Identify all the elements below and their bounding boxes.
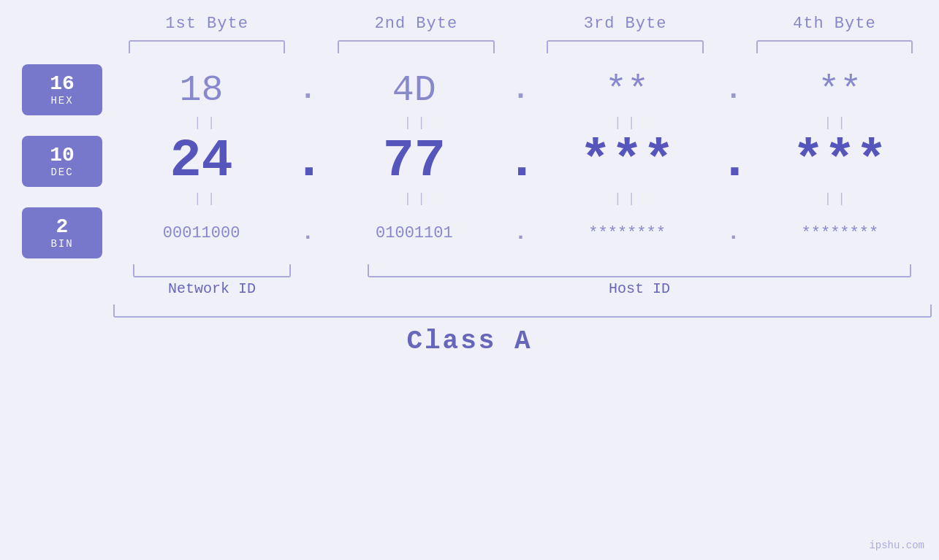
- class-label: Class A: [406, 326, 532, 356]
- network-bracket-container: [113, 264, 311, 277]
- top-bracket-1: [129, 40, 286, 53]
- bracket-cell-4: [730, 40, 939, 53]
- hex-base-name: HEX: [50, 95, 73, 107]
- bin-val-2: 01001101: [322, 224, 506, 242]
- hex-dot-3: .: [719, 74, 748, 107]
- dec-dot-2: .: [506, 131, 536, 191]
- eq-inner-2: || || || ||: [117, 191, 928, 206]
- big-bracket-row: [0, 304, 939, 318]
- bin-val-4: ********: [748, 224, 932, 242]
- bin-base-name: BIN: [50, 238, 73, 250]
- host-bracket-container: [347, 264, 932, 277]
- dec-dot-1: .: [293, 131, 322, 191]
- hex-row: 16 HEX 18 . 4D . ** . **: [0, 64, 939, 115]
- top-bracket-3: [547, 40, 704, 53]
- bin-dot-2: .: [506, 220, 536, 245]
- byte3-header: 3rd Byte: [521, 15, 730, 33]
- hex-dot-1: .: [293, 74, 322, 107]
- dec-val-2: 77: [322, 131, 506, 191]
- dec-val-1: 24: [110, 131, 293, 191]
- dec-values-row: 24 . 77 . *** . ***: [110, 131, 932, 191]
- bin-values-row: 00011000 . 01001101 . ******** . *******…: [110, 220, 932, 245]
- id-labels-row: Network ID Host ID: [0, 280, 939, 297]
- hex-base-num: 16: [50, 73, 75, 96]
- eq-divider-2: || || || ||: [0, 191, 939, 206]
- bin-label-box: 2 BIN: [22, 207, 102, 258]
- dec-val-3: ***: [536, 131, 719, 191]
- class-bracket: [113, 304, 932, 318]
- hex-val-3: **: [536, 69, 719, 111]
- eq-inner-1: || || || ||: [117, 115, 928, 130]
- dec-label-box: 10 DEC: [22, 136, 102, 187]
- hex-dot-2: .: [506, 74, 536, 107]
- hex-label-box: 16 HEX: [22, 64, 102, 115]
- dec-val-4: ***: [748, 131, 932, 191]
- bin-dot-1: .: [293, 220, 322, 245]
- top-brackets: [0, 40, 939, 53]
- byte1-header: 1st Byte: [102, 15, 311, 33]
- network-id-label: Network ID: [113, 280, 311, 297]
- hex-values-row: 18 . 4D . ** . **: [110, 69, 932, 111]
- hex-val-1: 18: [110, 69, 293, 111]
- eq-divider-1: || || || ||: [0, 115, 939, 130]
- dec-base-name: DEC: [50, 166, 73, 178]
- host-id-label: Host ID: [347, 280, 932, 297]
- dec-base-num: 10: [50, 145, 75, 167]
- hex-val-2: 4D: [322, 69, 506, 111]
- bracket-cell-2: [311, 40, 520, 53]
- bin-row: 2 BIN 00011000 . 01001101 . ******** . *…: [0, 207, 939, 258]
- bracket-cell-1: [102, 40, 311, 53]
- header-row: 1st Byte 2nd Byte 3rd Byte 4th Byte: [0, 0, 939, 33]
- main-container: 1st Byte 2nd Byte 3rd Byte 4th Byte 16 H…: [0, 0, 939, 560]
- top-bracket-2: [338, 40, 495, 53]
- bracket-cell-3: [521, 40, 730, 53]
- watermark: ipshu.com: [869, 540, 924, 551]
- bin-dot-3: .: [719, 220, 748, 245]
- bin-val-3: ********: [536, 224, 719, 242]
- hex-val-4: **: [748, 69, 932, 111]
- bottom-brackets-wrapper: [0, 264, 939, 277]
- byte4-header: 4th Byte: [730, 15, 939, 33]
- byte2-header: 2nd Byte: [311, 15, 520, 33]
- dec-row: 10 DEC 24 . 77 . *** . ***: [0, 131, 939, 191]
- bin-val-1: 00011000: [110, 224, 293, 242]
- top-bracket-4: [756, 40, 913, 53]
- network-id-bracket: [133, 264, 291, 277]
- bin-base-num: 2: [56, 216, 69, 239]
- host-id-bracket: [368, 264, 911, 277]
- dec-dot-3: .: [719, 131, 748, 191]
- class-row: Class A: [0, 326, 939, 356]
